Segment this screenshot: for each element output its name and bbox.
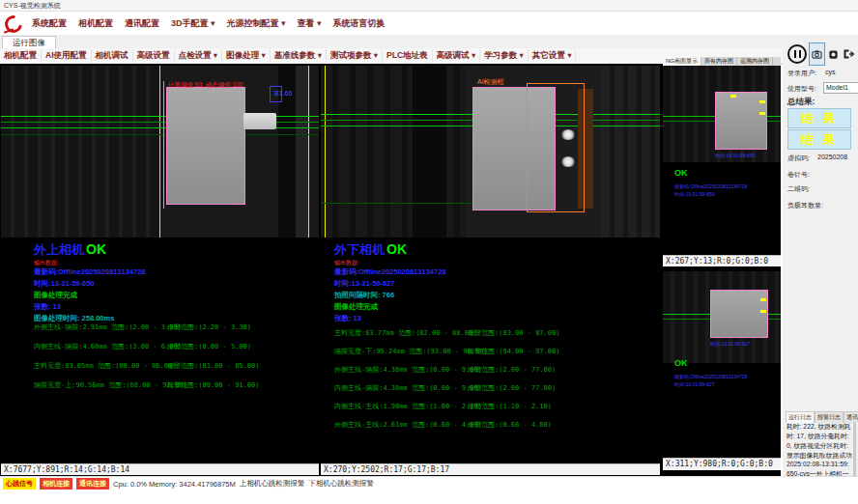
tab-row: 运行图像: [0, 35, 783, 49]
menu-light-config[interactable]: 光源控制配置 ▾: [222, 15, 291, 32]
cpu-memory-text: Cpu: 0.0% Memory: 3424.41796875M: [113, 480, 236, 489]
negative-tab-count-label: 负极耳数量:: [787, 201, 823, 210]
thumb-tab-all-memory[interactable]: 所有内存图: [701, 57, 737, 66]
tool-learning-params[interactable]: 学习参数 ▾: [480, 49, 529, 63]
window-title: CYS-视觉检测系统: [4, 2, 61, 9]
output-label: 输出数据:: [34, 259, 59, 267]
menu-language-switch[interactable]: 系统语言切换: [329, 15, 390, 32]
camera-result-title: 外下相机OK: [334, 241, 407, 259]
tool-ai-use-config[interactable]: AI使用配置: [42, 49, 92, 63]
tool-test-params[interactable]: 测试项参数 ▾: [327, 49, 383, 63]
yellow-guide-line: [308, 66, 309, 238]
result-box-lower: 结 果: [787, 129, 851, 150]
alarm-range: 报警范围:(2.00 - 77.00): [468, 365, 556, 375]
yellow-marker: [760, 310, 766, 313]
virtual-code-value: 20250208: [817, 154, 847, 160]
pixel-coords-text: X:270;Y:2502;R:17;G:17;B:17: [324, 465, 449, 474]
pause-button[interactable]: [786, 42, 809, 66]
roi-blue-label: B1.66: [274, 90, 292, 97]
alarm-range: 报警范围:(81.00 - 85.00): [167, 361, 259, 371]
camera-name: 外上相机: [34, 242, 84, 257]
product-image: [166, 87, 245, 205]
menu-view[interactable]: 查看 ▾: [293, 15, 327, 32]
result-box-upper: 结 果: [787, 108, 851, 128]
virtual-code-label: 虚拟码:: [787, 154, 810, 163]
logout-button[interactable]: [840, 42, 858, 66]
measure-row: 隔膜宽度-下:95.24mm 范围:(93.00 - 98.00): [334, 347, 488, 356]
model-input[interactable]: Model1: [823, 82, 858, 94]
product-image: [710, 290, 768, 338]
tab-connector: [243, 113, 276, 129]
menu-camera-config[interactable]: 相机配置: [73, 15, 118, 32]
tool-camera-config[interactable]: 相机配置: [0, 49, 42, 63]
thumb-tab-strip: NG画面显示 所有内存图 追溯内存图: [663, 57, 781, 66]
camera-view-button[interactable]: [809, 42, 825, 66]
count-text: 张数: 13: [334, 314, 361, 323]
yellow-marker: [730, 95, 736, 98]
menu-comm-config[interactable]: 通讯配置: [120, 15, 164, 32]
tool-spot-check[interactable]: 点检设置 ▾: [175, 49, 223, 63]
thumb-info-line: 时间:13-31-59-650: [715, 153, 755, 158]
camera-connect-badge: 相机连接: [40, 478, 72, 490]
right-camera-view[interactable]: AI检测框 外下相机OK 输出数据: 最新码:Offline2025020813…: [321, 66, 660, 463]
interval-time-text: 拍照间隔时间: 766: [334, 291, 394, 300]
thumb-info-line: 最新码:Offline2025020813134728: [674, 183, 747, 189]
device-settings-button[interactable]: [825, 42, 841, 66]
thumb-ok-text: OK: [674, 358, 688, 368]
menu-3d-config[interactable]: 3D手配置 ▾: [166, 15, 220, 32]
yellow-marker: [759, 112, 765, 115]
tool-baseline-params[interactable]: 基准线参数 ▾: [271, 49, 327, 63]
tab-highlight: [560, 156, 576, 167]
result-ok-text: OK: [386, 241, 407, 257]
threshold-overlay-text: 计算阈值:93, 动态阈值:100: [168, 81, 243, 90]
model-label: 使用型号:: [787, 84, 816, 94]
ai-detect-box: [527, 83, 585, 212]
menu-system-config[interactable]: 系统配置: [27, 15, 72, 32]
window-titlebar: CYS-视觉检测系统: [0, 0, 858, 12]
thumb-info-line: 时间:13-31-59-627: [710, 341, 750, 347]
green-measure-line: [1, 134, 319, 135]
right-panel: 登录用户: cys 使用型号: Model1 总结果: 结 果 结 果 虚拟码:…: [783, 35, 858, 490]
left-camera-view[interactable]: B1.66 计算阈值:93, 动态阈值:100 外上相机OK 输出数据: 最新码…: [1, 66, 319, 463]
main-canvas: B1.66 计算阈值:93, 动态阈值:100 外上相机OK 输出数据: 最新码…: [0, 64, 781, 476]
pixel-coords-text: X:267;Y:13;R:0;G:0;B:0: [666, 257, 768, 266]
yellow-guide-line: [159, 66, 160, 238]
measure-row: 内侧主线-隔膜:4.38mm 范围:(0.00 - 9.00): [334, 383, 482, 393]
alarm-range: 报警范围:(94.00 - 97.00): [468, 347, 559, 356]
left-view-pixel-status: X:7677;Y:891;R:14;G:14;B:14: [1, 463, 319, 475]
tool-camera-debug[interactable]: 相机调试: [92, 49, 133, 63]
thumb-ok-text: OK: [674, 168, 688, 178]
pixel-coords-text: X:311;Y:980;R:0;G:0;B:0: [666, 460, 773, 468]
camera-name: 外下相机: [334, 242, 385, 257]
barcode-text: 最新码:Offline2025020813134728: [334, 267, 446, 277]
process-done-text: 图像处理完成: [34, 291, 77, 300]
tool-advanced-settings[interactable]: 高级设置: [133, 49, 175, 63]
alarm-range: 报警范围:(0.66 - 4.00): [468, 420, 552, 430]
thumb-tab-trace-memory[interactable]: 追溯内存图: [737, 57, 773, 66]
tool-advanced-debug[interactable]: 高级调试 ▾: [433, 49, 481, 63]
camera-result-title: 外上相机OK: [34, 241, 106, 259]
output-label: 输出数据:: [334, 259, 359, 267]
measure-row: 外侧主线-隔膜:4.38mm 范围:(0.00 - 9.00): [334, 365, 482, 375]
log-scrollbar[interactable]: [853, 422, 856, 480]
result-ok-text: OK: [86, 241, 106, 257]
alarm-range: 报警范围:(2.00 - 77.00): [468, 383, 556, 393]
measure-row: 内侧主线-主线:1.90mm 范围:(1.00 - 2.20): [334, 402, 482, 411]
green-measure-line: [321, 203, 475, 204]
menu-bar: 系统配置 相机配置 通讯配置 3D手配置 ▾ 光源控制配置 ▾ 查看 ▾ 系统语…: [0, 12, 858, 35]
thumb-tab-ng[interactable]: NG画面显示: [663, 57, 701, 66]
tool-image-process[interactable]: 图像处理 ▾: [222, 49, 271, 63]
tool-plc-address[interactable]: PLC地址表: [383, 49, 433, 63]
yellow-marker: [759, 100, 765, 103]
tool-other-settings[interactable]: 其它设置 ▾: [529, 49, 577, 63]
thumb-top-view[interactable]: 时间:13-31-59-650 OK 最新码:Offline2025020813…: [663, 66, 781, 255]
machinery-rail: [296, 66, 309, 238]
thumb-info-line: 时间:13-31-59-650: [674, 191, 714, 197]
alarm-range: 报警范围:(83.00 - 87.00): [468, 328, 559, 338]
count-text: 张数: 13: [34, 302, 61, 312]
pink-guide-line: [163, 81, 164, 209]
thumb-bottom-view[interactable]: 时间:13-31-59-627 OK 最新码:Offline2025020813…: [663, 271, 781, 458]
time-text: 时间:13-31-59-650: [34, 279, 95, 289]
barcode-text: 最新码:Offline2025020813134728: [34, 267, 146, 277]
yellow-marker: [760, 298, 766, 301]
